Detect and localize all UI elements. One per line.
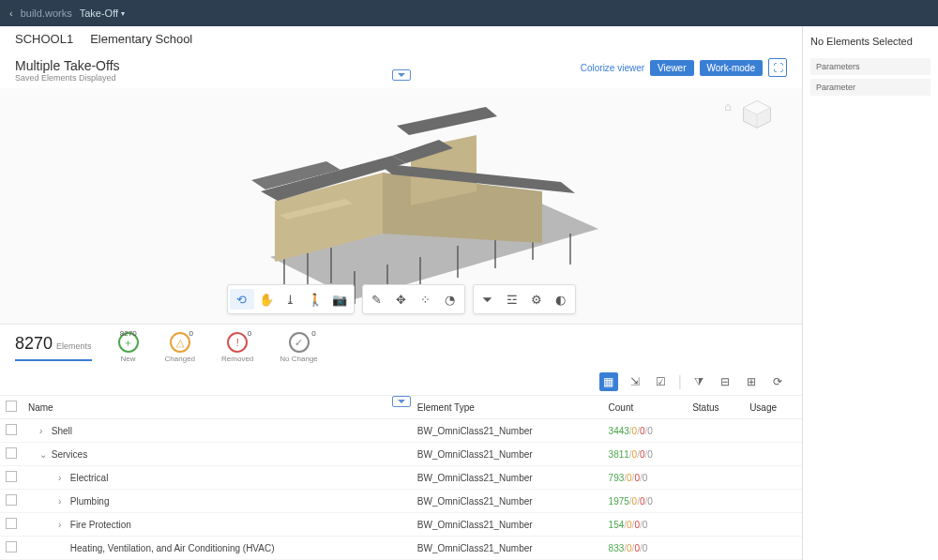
table-row[interactable]: › ShellBW_OmniClass21_Number3443000 bbox=[0, 419, 802, 443]
stat-changed[interactable]: 0 △ Changed bbox=[165, 332, 195, 363]
section-parameter[interactable]: Parameter bbox=[810, 79, 930, 96]
nav-dropdown-takeoff[interactable]: Take-Off ▾ bbox=[80, 8, 125, 19]
col-status[interactable]: Status bbox=[687, 396, 744, 419]
grid-view-icon[interactable]: ▦ bbox=[599, 372, 618, 391]
table-row[interactable]: › PlumbingBW_OmniClass21_Number1975000 bbox=[0, 490, 802, 513]
pan-icon[interactable]: ✋ bbox=[254, 289, 279, 310]
section-parameters[interactable]: Parameters bbox=[810, 58, 930, 75]
viewer-toolbar: ⟲ ✋ ⤓ 🚶 📷 ✎ ✥ ⁘ ◔ ⏷ ☲ ⚙ ◐ bbox=[227, 284, 576, 314]
row-checkbox[interactable] bbox=[6, 447, 17, 459]
home-icon[interactable]: ⌂ bbox=[724, 99, 732, 114]
project-name[interactable]: Elementary School bbox=[90, 32, 192, 46]
fullscreen-icon[interactable]: ⛶ bbox=[768, 58, 787, 77]
chevron-down-icon: ▾ bbox=[121, 9, 125, 18]
properties-panel: No Elements Selected Parameters Paramete… bbox=[802, 26, 938, 560]
zoom-down-icon[interactable]: ⤓ bbox=[279, 289, 303, 310]
viewer-button[interactable]: Viewer bbox=[650, 60, 693, 76]
row-checkbox[interactable] bbox=[6, 494, 17, 506]
table-row[interactable]: › ElectricalBW_OmniClass21_Number793000 bbox=[0, 466, 802, 490]
table-row[interactable]: ⌄ ServicesBW_OmniClass21_Number3811000 bbox=[0, 443, 802, 466]
stat-new[interactable]: 8270 ＋ New bbox=[118, 332, 139, 363]
collapse-toggle-mid[interactable] bbox=[392, 396, 411, 407]
orbit-icon[interactable]: ⟲ bbox=[230, 289, 254, 310]
top-nav: ‹ build.works Take-Off ▾ bbox=[0, 0, 938, 26]
row-etype: BW_OmniClass21_Number bbox=[412, 490, 603, 513]
expand-icon[interactable]: › bbox=[58, 473, 68, 483]
stat-nochange[interactable]: 0 ✓ No Change bbox=[280, 332, 317, 363]
row-name: Shell bbox=[52, 426, 72, 436]
svg-marker-19 bbox=[397, 107, 497, 135]
row-count: 1975000 bbox=[603, 490, 688, 513]
row-etype: BW_OmniClass21_Number bbox=[412, 443, 603, 466]
col-element-type[interactable]: Element Type bbox=[412, 396, 603, 419]
settings-icon[interactable]: ⚙ bbox=[524, 289, 549, 310]
total-elements[interactable]: 8270Elements bbox=[15, 334, 92, 361]
table-action-bar: ▦ ⇲ ☑ | ⧩ ⊟ ⊞ ⟳ bbox=[0, 369, 802, 395]
brand-label: build.works bbox=[21, 8, 72, 19]
check-icon[interactable]: ☑ bbox=[652, 372, 671, 391]
properties-title: No Elements Selected bbox=[810, 36, 930, 47]
row-count: 833000 bbox=[603, 537, 688, 560]
visibility-icon[interactable]: ◔ bbox=[438, 289, 462, 310]
project-code[interactable]: SCHOOL1 bbox=[15, 32, 73, 46]
expand-icon[interactable]: › bbox=[58, 496, 68, 507]
row-checkbox[interactable] bbox=[6, 471, 17, 482]
row-checkbox[interactable] bbox=[6, 424, 17, 435]
row-name: Services bbox=[52, 449, 87, 460]
cluster-icon[interactable]: ⁘ bbox=[414, 289, 438, 310]
collapse-icon[interactable]: ⊟ bbox=[716, 372, 734, 391]
row-count: 154000 bbox=[603, 513, 688, 537]
viewer-title: Multiple Take-Offs bbox=[15, 58, 120, 73]
table-row[interactable]: Heating, Ventilation, and Air Conditioni… bbox=[0, 537, 802, 560]
row-name: Heating, Ventilation, and Air Conditioni… bbox=[70, 543, 275, 553]
col-usage[interactable]: Usage bbox=[744, 396, 802, 419]
expand-icon[interactable]: ⌄ bbox=[39, 449, 49, 460]
workmode-button[interactable]: Work-mode bbox=[700, 60, 764, 76]
row-checkbox[interactable] bbox=[6, 518, 17, 529]
breadcrumb: SCHOOL1 Elementary School bbox=[0, 26, 802, 53]
back-icon[interactable]: ‹ bbox=[9, 8, 13, 19]
expand-icon[interactable]: › bbox=[58, 520, 68, 530]
row-name: Electrical bbox=[70, 473, 109, 483]
row-count: 793000 bbox=[603, 466, 688, 490]
row-count: 3443000 bbox=[603, 419, 688, 443]
camera-icon[interactable]: 📷 bbox=[327, 289, 352, 310]
row-name: Plumbing bbox=[70, 496, 110, 507]
select-all-checkbox[interactable] bbox=[6, 401, 17, 412]
layers-icon[interactable]: ☲ bbox=[500, 289, 524, 310]
table-row[interactable]: › Fire ProtectionBW_OmniClass21_Number15… bbox=[0, 513, 802, 537]
row-etype: BW_OmniClass21_Number bbox=[412, 537, 603, 560]
stat-removed[interactable]: 0 ! Removed bbox=[221, 332, 253, 363]
filter-icon[interactable]: ⧩ bbox=[689, 372, 708, 391]
row-checkbox[interactable] bbox=[6, 541, 17, 552]
contrast-icon[interactable]: ◐ bbox=[549, 289, 573, 310]
refresh-icon[interactable]: ⟳ bbox=[768, 372, 787, 391]
expand-icon[interactable]: › bbox=[39, 426, 49, 436]
pencil-icon[interactable]: ✎ bbox=[365, 289, 389, 310]
walk-icon[interactable]: 🚶 bbox=[303, 289, 327, 310]
row-count: 3811000 bbox=[603, 443, 688, 466]
export-icon[interactable]: ⇲ bbox=[626, 372, 644, 391]
col-count[interactable]: Count bbox=[603, 396, 688, 419]
row-etype: BW_OmniClass21_Number bbox=[412, 466, 603, 490]
expand-icon[interactable]: ⊞ bbox=[742, 372, 761, 391]
elements-table: Name Element Type Count Status Usage › S… bbox=[0, 395, 802, 560]
row-etype: BW_OmniClass21_Number bbox=[412, 419, 603, 443]
model-viewport[interactable]: ⌂ bbox=[0, 88, 802, 324]
viewer-subtitle: Saved Elements Displayed bbox=[15, 73, 120, 83]
row-etype: BW_OmniClass21_Number bbox=[412, 513, 603, 537]
move-icon[interactable]: ✥ bbox=[389, 289, 414, 310]
tree-icon[interactable]: ⏷ bbox=[476, 289, 500, 310]
row-name: Fire Protection bbox=[70, 520, 131, 530]
view-cube[interactable] bbox=[740, 98, 774, 131]
col-name[interactable]: Name bbox=[23, 396, 412, 419]
